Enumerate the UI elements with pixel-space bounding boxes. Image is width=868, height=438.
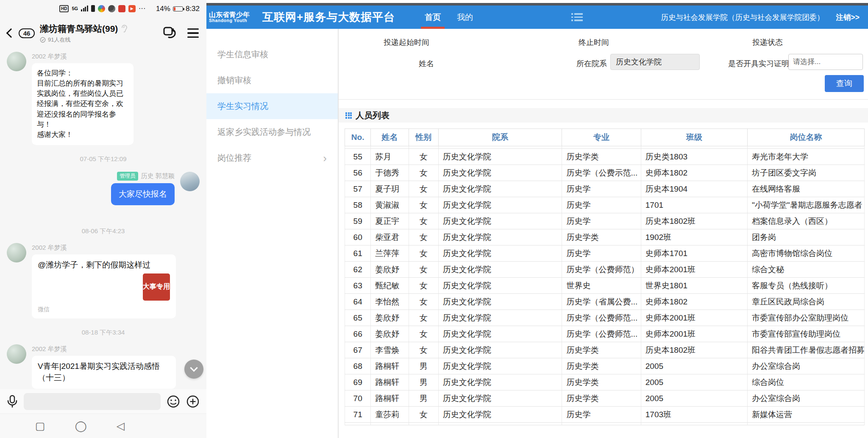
avatar[interactable] — [7, 344, 26, 364]
table-cell: 历史文化学院 — [438, 246, 562, 262]
sidebar-item-label: 学生实习情况 — [217, 100, 268, 112]
online-count: 91人在线 — [48, 36, 70, 44]
column-header: 班级 — [641, 129, 747, 146]
name-input[interactable] — [440, 54, 504, 70]
people-table-wrap: No.姓名性别院系专业班级岗位名称 55苏月女历史文化学院历史学类历史类1803… — [345, 128, 865, 438]
table-cell: 历史文化学院 — [438, 342, 562, 358]
link-card[interactable]: V青年|2021暑期实习实践活动感悟（十三） — [32, 356, 176, 389]
table-cell: 市委宣传部宣传助理岗位 — [748, 326, 865, 342]
sidebar-item[interactable]: 返家乡实践活动参与情况 — [206, 119, 338, 145]
link-card[interactable]: @潍坊学子，剩下的假期这样过大事专用微信 — [32, 254, 176, 318]
table-cell: 史师本1802 — [641, 165, 747, 181]
message-input[interactable] — [24, 393, 161, 410]
delivery-status-input[interactable] — [794, 34, 857, 49]
table-cell: 客服专员（热线接听） — [748, 278, 865, 294]
table-row[interactable]: 56于德秀女历史文化学院历史学（公费示范...史师本1802坊子团区委文字岗 — [345, 165, 865, 181]
table-row[interactable]: 64李怡然女历史文化学院历史学（省属公费...史师本1802章丘区民政局综合岗 — [345, 294, 865, 310]
sidebar-item[interactable]: 学生信息审核 — [206, 42, 338, 67]
table-cell: 档案信息录入（西区） — [748, 213, 865, 229]
site-title: 互联网+服务与大数据平台 — [262, 10, 395, 25]
table-cell: 历史学 — [562, 181, 641, 197]
table-cell: 男 — [409, 374, 438, 391]
nav-item-我的[interactable]: 我的 — [452, 6, 478, 29]
start-time-input[interactable] — [440, 34, 504, 49]
filter-form: 投递起始时间 终止时间 投递状态 姓名 所在院系 历史文化学院 是否开具实习证明… — [339, 29, 868, 74]
table-row[interactable]: 55苏月女历史文化学院历史学类历史类1803寿光市老年大学 — [345, 149, 865, 165]
back-icon[interactable] — [6, 28, 16, 38]
list-icon[interactable] — [571, 13, 583, 21]
sidebar-item[interactable]: 撤销审核 — [206, 67, 338, 93]
end-time-label: 终止时间 — [579, 37, 609, 47]
sender-name: 2002 牟梦溪 — [32, 53, 134, 61]
table-cell: 63 — [345, 278, 371, 294]
battery-percent: 14% — [156, 5, 170, 13]
table-row[interactable]: 71童莎莉女历史文化学院历史学1703班新媒体运营 — [345, 407, 865, 423]
table-cell: 女 — [409, 197, 438, 213]
certificate-select[interactable]: 请选择... — [788, 54, 863, 70]
app-notification-icon-2 — [108, 5, 115, 12]
table-row[interactable]: 59夏正宇女历史文化学院历史学历史本1802班档案信息录入（西区） — [345, 213, 865, 229]
back-button[interactable]: ◁ — [117, 420, 125, 432]
recents-button[interactable]: ▢ — [35, 420, 45, 432]
table-cell: 历史学类 — [562, 374, 641, 391]
message-card: 2002 牟梦溪@潍坊学子，剩下的假期这样过大事专用微信 — [7, 243, 200, 318]
home-button[interactable]: ◯ — [75, 420, 87, 432]
screen-share-icon[interactable] — [163, 26, 177, 40]
table-cell: 历史学 — [562, 213, 641, 229]
table-row[interactable]: 58黄淑淑女历史文化学院历史学1701"小荷学堂"暑期志愿服务志愿者 — [345, 197, 865, 213]
table-cell: 历史文化学院 — [438, 229, 562, 246]
chat-title-block: 潍坊籍青鸟驿站(99) 91人在线 — [40, 23, 128, 44]
table-row[interactable]: 62姜欣妤女历史文化学院历史学（公费师范）史师本2001班综合文秘 — [345, 262, 865, 278]
table-cell: 史师本2001班 — [641, 310, 747, 326]
nav-item-首页[interactable]: 首页 — [420, 6, 446, 29]
table-row[interactable]: 65姜欣妤女历史文化学院历史学（公费师范...史师本2001班市委宣传部办公室助… — [345, 310, 865, 326]
table-row[interactable]: 61兰萍萍女历史文化学院历史学史师本1701高密市博物馆综合岗位 — [345, 246, 865, 262]
table-cell: 66 — [345, 326, 371, 342]
table-cell: 历史文化学院 — [438, 358, 562, 374]
table-cell: 67 — [345, 342, 371, 358]
emoji-icon[interactable] — [167, 395, 180, 408]
chevron-down-icon — [190, 364, 198, 371]
plus-icon[interactable] — [186, 395, 200, 408]
menu-icon[interactable] — [187, 28, 199, 38]
table-row[interactable]: 67李雪焕女历史文化学院历史学类历史本1802班阳谷共青团工作暑假志愿者招募 — [345, 342, 865, 358]
table-cell: 57 — [345, 181, 371, 197]
table-row[interactable]: 57夏子玥女历史文化学院历史学历史本1904在线网络客服 — [345, 181, 865, 197]
table-row[interactable]: 63甄纪敏女历史文化学院世界史世界史1801客服专员（热线接听） — [345, 278, 865, 294]
table-cell: 办公室综合岗 — [748, 358, 865, 374]
browser-window: 山东省青少年 Shandong Youth 互联网+服务与大数据平台 首页我的 … — [206, 0, 868, 438]
end-time-input[interactable] — [620, 34, 684, 49]
hd-badge-icon: HD — [59, 5, 69, 12]
app-notification-icon-4: ▶ — [128, 5, 136, 12]
chat-bubble-incoming[interactable]: 各位同学： 目前汇总的所有的暑期实习实践岗位，有些岗位人员已经报满，有些还有空余… — [32, 63, 134, 145]
column-header: No. — [345, 129, 371, 146]
logout-link[interactable]: 注销>> — [836, 12, 860, 22]
department-field[interactable]: 历史文化学院 — [610, 54, 700, 70]
table-cell: 2005 — [641, 374, 747, 391]
sidebar-item[interactable]: 岗位推荐› — [206, 145, 338, 171]
table-row[interactable]: 68路桐轩男历史文化学院历史学类2005办公室综合岗 — [345, 358, 865, 374]
avatar[interactable] — [7, 243, 26, 262]
table-cell: 甄纪敏 — [371, 278, 409, 294]
chat-bubble-outgoing[interactable]: 大家尽快报名 — [111, 183, 175, 205]
table-row[interactable]: 69路桐轩男历史文化学院历史学类2005综合岗位 — [345, 374, 865, 391]
sender-name: 历史 郭慧颖 — [141, 172, 175, 180]
table-cell: 世界史 — [562, 278, 641, 294]
table-row[interactable]: 66姜欣妤女历史文化学院历史学（公费师范...史师本2001班市委宣传部宣传助理… — [345, 326, 865, 342]
sidebar-item[interactable]: 学生实习情况 — [206, 93, 338, 119]
scroll-to-bottom-button[interactable] — [184, 360, 203, 379]
unread-count-badge[interactable]: 46 — [19, 28, 35, 38]
search-button[interactable]: 查询 — [825, 75, 864, 92]
table-cell: 历史学类 — [562, 358, 641, 374]
table-row[interactable]: 70路桐轩男历史文化学院历史学类2005办公室综合岗 — [345, 391, 865, 407]
avatar[interactable] — [180, 172, 200, 191]
mic-icon[interactable] — [7, 395, 18, 408]
table-cell: 历史学（公费师范） — [562, 262, 641, 278]
table-cell: 阳谷共青团工作暑假志愿者招募 — [748, 342, 865, 358]
avatar[interactable] — [7, 52, 26, 71]
table-cell: 女 — [409, 342, 438, 358]
message-list: 2002 牟梦溪各位同学： 目前汇总的所有的暑期实习实践岗位，有些岗位人员已经报… — [0, 48, 206, 389]
start-time-label: 投递起始时间 — [384, 37, 429, 47]
panel-top-gap — [206, 0, 868, 3]
table-row[interactable]: 60柴亚君女历史文化学院历史学类1902班团务岗 — [345, 229, 865, 246]
